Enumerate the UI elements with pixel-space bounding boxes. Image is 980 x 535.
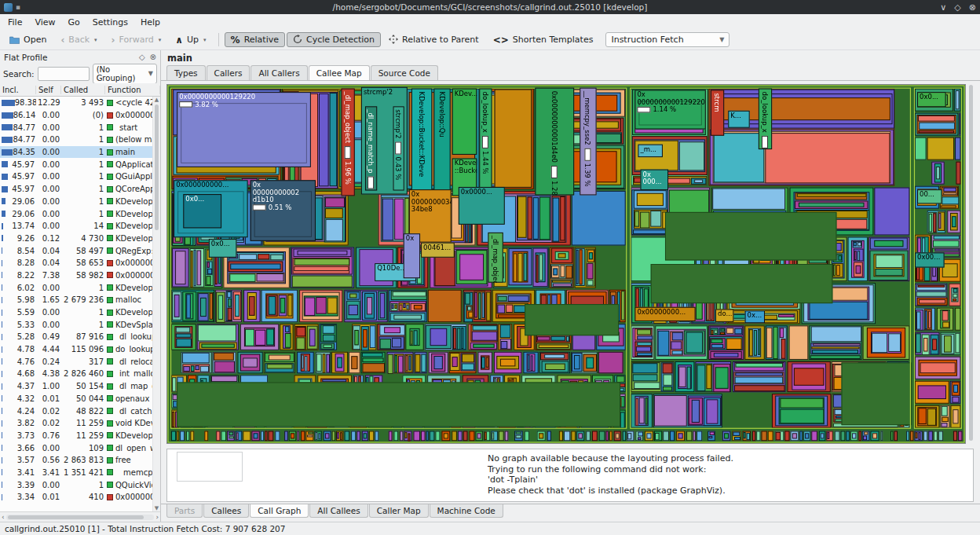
table-row[interactable]: 4.320.0150 044openaux (0, 393, 152, 405)
incl-cost-bar (2, 297, 2, 303)
column-called[interactable]: Called (61, 86, 105, 94)
close-button[interactable]: ⊗ (969, 2, 976, 13)
table-row[interactable]: 3.660.00109dl_open_w... (0, 442, 152, 454)
table-row[interactable]: 45.970.001QApplicatio... (0, 158, 152, 170)
function-color-swatch (107, 198, 113, 204)
menu-item-settings[interactable]: Settings (86, 16, 134, 29)
cell-incl: 86.14 (0, 111, 36, 119)
incl-cost-bar (2, 174, 8, 180)
table-row[interactable]: 45.970.001QCoreAppl... (0, 183, 152, 196)
grouping-combobox[interactable]: (No Grouping) ▼ (93, 64, 157, 84)
table-row[interactable]: 45.970.001QGuiApplic... (0, 170, 152, 183)
relative-to-parent-toggle[interactable]: Relative to Parent (382, 32, 485, 47)
incl-cost-bar (2, 346, 2, 353)
function-color-swatch (107, 494, 113, 500)
cycle-detection-toggle[interactable]: Cycle Detection (287, 32, 381, 47)
table-row[interactable]: 5.330.001KDevSplas... (0, 318, 152, 331)
scrollbar-thumb[interactable] (155, 104, 159, 230)
shorten-templates-toggle[interactable]: <> Shorten Templates (487, 32, 600, 47)
scrollbar-thumb[interactable] (8, 515, 144, 519)
table-row[interactable]: 86.140.00(0)0x00000000... (0, 109, 152, 122)
table-row[interactable]: 6.020.001KDevelop::... (0, 281, 152, 294)
forward-button[interactable]: › Forward ▾ (105, 32, 168, 47)
scrollbar-thumb[interactable] (969, 85, 973, 441)
tab-machine-code[interactable]: Machine Code (430, 504, 503, 518)
column-incl[interactable]: Incl. (0, 86, 36, 94)
table-row[interactable]: 9.260.124 730KDevelop::... (0, 233, 152, 245)
table-row[interactable]: 84.770.001_start (0, 121, 152, 134)
tab-callee-map[interactable]: Callee Map (309, 65, 370, 80)
tab-parts[interactable]: Parts (166, 504, 203, 518)
table-row[interactable]: 84.350.001main (0, 146, 152, 159)
scroll-up-icon[interactable]: ▲ (155, 97, 159, 103)
search-input[interactable] (38, 67, 90, 81)
flat-profile-dock: Flat Profile ◇ ⊗ Search: (No Grouping) ▼… (0, 50, 161, 522)
column-function[interactable]: Function (105, 86, 160, 94)
cell-function: _start (105, 123, 152, 132)
callee-map-treemap[interactable] (166, 84, 966, 444)
tab-source-code[interactable]: Source Code (371, 65, 438, 80)
treemap-vertical-scrollbar[interactable] (967, 84, 975, 444)
table-row[interactable]: 3.820.0211 259void KDeve... (0, 417, 152, 430)
table-row[interactable]: 29.060.001KDevelop::... (0, 196, 152, 208)
table-row[interactable]: 3.570.562 863 813free (0, 454, 152, 467)
cell-self: 3.41 (36, 468, 61, 477)
table-row[interactable]: 8.540.0458 497QRegExp::... (0, 244, 152, 257)
open-button[interactable]: Open (3, 32, 53, 47)
tab-all-callers[interactable]: All Callers (250, 65, 307, 80)
table-row[interactable]: 29.060.001KDevelop::... (0, 207, 152, 220)
tab-caller-map[interactable]: Caller Map (369, 504, 429, 518)
cell-self: 1.65 (36, 295, 61, 304)
back-button[interactable]: ‹ Back ▾ (54, 32, 103, 47)
tab-call-graph[interactable]: Call Graph (250, 504, 309, 518)
menu-item-go[interactable]: Go (62, 16, 86, 29)
table-row[interactable]: 4.684.382 826 460_int_mallo... (0, 368, 152, 380)
cell-called: (0) (61, 111, 105, 119)
table-row[interactable]: 4.371.0050 154_dl_map_o... (0, 380, 152, 393)
tab-callees[interactable]: Callees (203, 504, 249, 518)
table-vertical-scrollbar[interactable]: ▲ ▼ (152, 97, 160, 511)
table-row[interactable]: 8.280.0458 6530x00000000... (0, 257, 152, 269)
table-header[interactable]: Incl. Self Called Function (0, 83, 160, 97)
table-row[interactable]: 4.760.24317_dl_relocat... (0, 355, 152, 368)
cell-incl: 45.97 (0, 185, 36, 193)
table-row[interactable]: 3.340.014100x00000000... (0, 491, 152, 504)
table-row[interactable]: 98.3812.293 493<cycle 42> (0, 97, 152, 109)
maximize-button[interactable]: ◇ (954, 2, 960, 13)
up-button[interactable]: ∧ Up ▾ (169, 32, 212, 47)
scroll-left-icon[interactable]: ‹ (2, 513, 5, 521)
table-row[interactable]: 3.390.001QQuickVie... (0, 478, 152, 491)
tab-callers[interactable]: Callers (207, 65, 250, 80)
event-type-combobox[interactable]: Instruction Fetch ▼ (605, 32, 730, 47)
table-row[interactable]: 5.280.4987 916_dl_lookup... (0, 331, 152, 343)
table-row[interactable]: 3.413.411 351 421__memcpy... (0, 467, 152, 479)
menu-item-file[interactable]: File (2, 16, 28, 29)
cell-function: dl_open_w... (105, 444, 152, 453)
table-row[interactable]: 4.784.44115 096do_lookup... (0, 343, 152, 356)
table-row[interactable]: 4.240.0248 822_dl_catch_... (0, 405, 152, 417)
relative-toggle[interactable]: % Relative (225, 32, 285, 47)
table-row[interactable]: 13.740.0014KDevelop::... (0, 220, 152, 233)
table-row[interactable]: 3.730.7611 259KDevelop::... (0, 430, 152, 442)
function-color-swatch (107, 247, 113, 254)
table-row[interactable]: 8.227.3858 9820x00000000... (0, 269, 152, 282)
scroll-down-icon[interactable]: ▼ (155, 505, 159, 511)
table-row[interactable]: 5.981.652 679 236malloc (0, 294, 152, 306)
back-icon: ‹ (60, 36, 64, 44)
close-dock-icon[interactable]: ⊗ (150, 53, 156, 61)
cell-function: 0x00000000... (105, 271, 152, 280)
scroll-right-icon[interactable]: › (155, 513, 159, 521)
menu-item-view[interactable]: View (28, 16, 61, 29)
table-row[interactable]: 84.770.001(below mai... (0, 134, 152, 146)
tab-all-callees[interactable]: All Callees (309, 504, 368, 518)
cell-self: 0.00 (36, 111, 61, 119)
column-self[interactable]: Self (36, 86, 61, 94)
cell-self: 0.00 (36, 308, 61, 317)
minimize-button[interactable]: ∨ (940, 2, 946, 13)
menu-item-help[interactable]: Help (134, 16, 166, 29)
table-horizontal-scrollbar[interactable]: ‹ › (0, 511, 160, 522)
float-dock-icon[interactable]: ◇ (139, 53, 145, 61)
tab-types[interactable]: Types (166, 65, 206, 80)
table-row[interactable]: 5.590.001KDevelop::... (0, 306, 152, 319)
titlebar[interactable]: ▪ /home/sergobot/Documents/GCI/screensho… (0, 0, 980, 14)
